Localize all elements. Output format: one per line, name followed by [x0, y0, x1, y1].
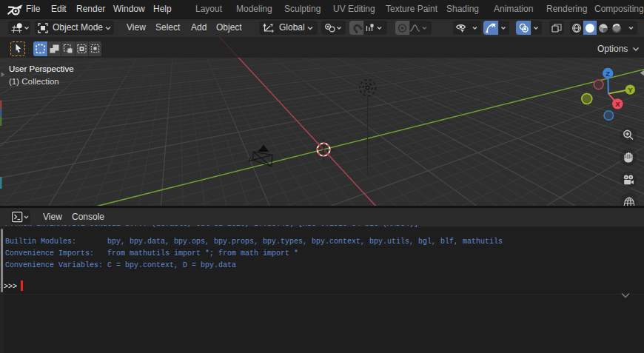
svg-text:User Perspective: User Perspective — [9, 64, 74, 73]
svg-text:(1) Collection: (1) Collection — [9, 77, 59, 86]
svg-text:Y: Y — [628, 86, 633, 94]
svg-text:X: X — [615, 100, 620, 108]
svg-text:Z: Z — [606, 70, 610, 78]
